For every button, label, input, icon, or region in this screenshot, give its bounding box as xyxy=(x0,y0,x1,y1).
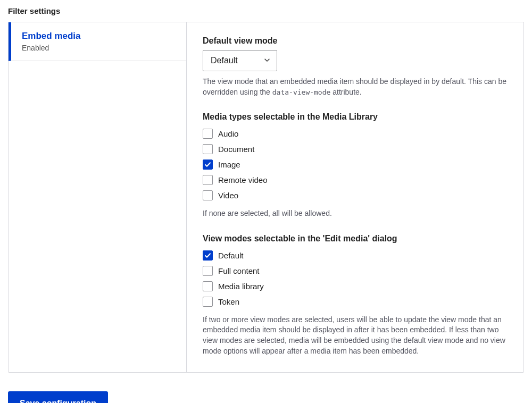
view-modes-label: View modes selectable in the 'Edit media… xyxy=(203,234,508,244)
media-types-group: Media types selectable in the Media Libr… xyxy=(203,112,508,219)
media-types-label: Media types selectable in the Media Libr… xyxy=(203,112,508,122)
settings-panel: Embed media Enabled Default view mode De… xyxy=(8,22,524,373)
default-view-mode-label: Default view mode xyxy=(203,36,508,46)
tab-embed-media[interactable]: Embed media Enabled xyxy=(9,22,186,61)
view-mode-row: Default xyxy=(203,248,508,263)
default-view-mode-group: Default view mode Default The view mode … xyxy=(203,36,508,97)
sidebar: Embed media Enabled xyxy=(9,22,187,372)
media-type-label[interactable]: Document xyxy=(218,145,254,154)
media-type-checkbox[interactable] xyxy=(203,129,213,139)
view-mode-label[interactable]: Media library xyxy=(218,282,264,291)
media-type-label[interactable]: Image xyxy=(218,160,240,169)
view-mode-label[interactable]: Default xyxy=(218,251,244,260)
default-view-mode-select[interactable]: Default xyxy=(203,50,277,71)
view-modes-group: View modes selectable in the 'Edit media… xyxy=(203,234,508,356)
media-type-row: Remote video xyxy=(203,172,508,188)
media-type-label[interactable]: Audio xyxy=(218,129,238,138)
view-mode-row: Media library xyxy=(203,279,508,294)
media-types-list: AudioDocumentImageRemote videoVideo xyxy=(203,126,508,203)
media-types-help: If none are selected, all will be allowe… xyxy=(203,208,508,219)
settings-content: Default view mode Default The view mode … xyxy=(187,22,523,372)
save-configuration-button[interactable]: Save configuration xyxy=(8,391,108,403)
media-type-checkbox[interactable] xyxy=(203,175,213,185)
view-mode-row: Token xyxy=(203,294,508,309)
tab-title: Embed media xyxy=(22,31,176,41)
media-type-label[interactable]: Video xyxy=(218,191,238,200)
view-mode-checkbox[interactable] xyxy=(203,250,213,261)
media-type-row: Audio xyxy=(203,126,508,141)
view-mode-checkbox[interactable] xyxy=(203,281,213,291)
filter-settings-header: Filter settings xyxy=(8,0,524,22)
view-mode-label[interactable]: Token xyxy=(218,297,239,306)
tab-status: Enabled xyxy=(22,44,176,52)
view-mode-checkbox[interactable] xyxy=(203,266,213,276)
view-modes-list: DefaultFull contentMedia libraryToken xyxy=(203,248,508,309)
media-type-checkbox[interactable] xyxy=(203,144,213,154)
view-mode-label[interactable]: Full content xyxy=(218,266,260,275)
media-type-checkbox[interactable] xyxy=(203,159,213,170)
default-view-mode-help: The view mode that an embedded media ite… xyxy=(203,77,508,97)
view-mode-checkbox[interactable] xyxy=(203,297,213,307)
media-type-row: Image xyxy=(203,157,508,172)
media-type-label[interactable]: Remote video xyxy=(218,175,268,184)
media-type-row: Document xyxy=(203,141,508,157)
media-type-row: Video xyxy=(203,188,508,203)
view-mode-row: Full content xyxy=(203,263,508,279)
media-type-checkbox[interactable] xyxy=(203,190,213,200)
select-value: Default xyxy=(211,56,238,65)
view-modes-help: If two or more view modes are selected, … xyxy=(203,315,508,356)
